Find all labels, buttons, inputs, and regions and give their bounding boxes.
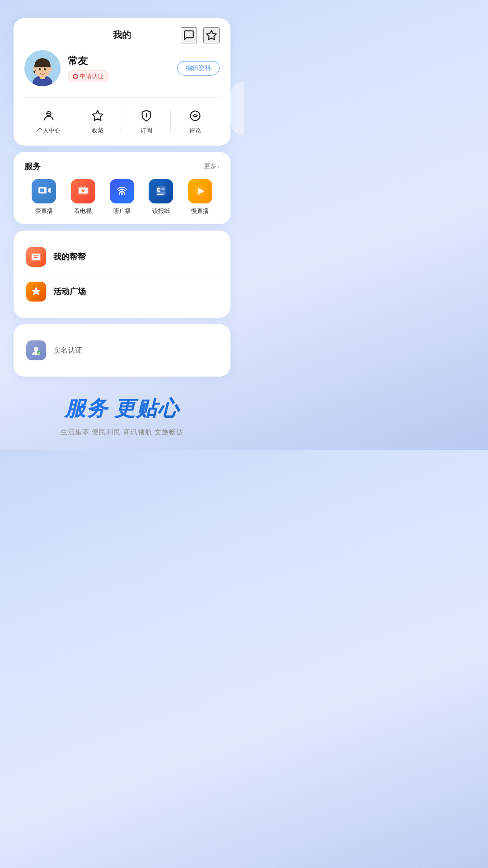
service-live[interactable]: 壹直播	[24, 179, 63, 215]
slow-live-icon	[193, 184, 207, 198]
svg-point-8	[45, 68, 46, 69]
service-newspaper[interactable]: N≡ 读报纸	[141, 179, 180, 215]
svg-point-7	[40, 68, 41, 69]
activity-svg	[30, 286, 42, 297]
action-favorites-label: 收藏	[92, 127, 103, 135]
services-header: 服务 更多 ›	[24, 161, 220, 172]
profile-info: 常友 申请认证	[68, 54, 177, 82]
svg-point-17	[146, 117, 146, 117]
avatar[interactable]	[24, 50, 61, 86]
svg-point-18	[191, 111, 200, 121]
header-actions	[181, 27, 220, 43]
services-more-button[interactable]: 更多 ›	[204, 162, 220, 170]
action-comments[interactable]: 评论	[171, 107, 220, 137]
services-title: 服务	[24, 161, 41, 172]
service-slow-live-label: 慢直播	[191, 207, 209, 215]
edit-profile-button[interactable]: 编辑资料	[177, 61, 220, 75]
helphelp-icon	[26, 247, 46, 267]
action-comments-label: 评论	[189, 127, 201, 135]
svg-point-10	[33, 67, 36, 71]
action-subscriptions[interactable]: 订阅	[122, 107, 171, 137]
badge-dot-icon	[73, 74, 78, 79]
svg-point-42	[34, 347, 38, 351]
realname-icon	[26, 340, 46, 360]
tv-icon	[76, 184, 90, 198]
newspaper-icon: N≡	[154, 184, 168, 198]
quick-actions-bar: 个人中心 收藏 订阅	[24, 97, 220, 137]
svg-rect-25	[119, 192, 120, 195]
settings-button[interactable]	[203, 27, 220, 43]
svg-rect-38	[32, 254, 40, 260]
svg-marker-41	[31, 287, 41, 296]
realname-label: 实名认证	[53, 346, 82, 355]
svg-point-6	[44, 68, 47, 71]
star-icon	[91, 109, 104, 122]
svg-rect-26	[122, 190, 123, 195]
profile-section: 常友 申请认证 编辑资料	[24, 50, 220, 86]
activity-icon	[26, 282, 46, 302]
menu-helphelp[interactable]: 我的帮帮	[24, 240, 220, 274]
svg-point-5	[39, 68, 41, 71]
svg-rect-21	[40, 189, 44, 192]
helphelp-label: 我的帮帮	[53, 251, 86, 262]
action-subscriptions-label: 订阅	[141, 127, 152, 135]
service-tv[interactable]: 看电视	[63, 179, 102, 215]
service-radio-icon	[110, 179, 134, 203]
comment-icon	[189, 109, 202, 122]
badge-text: 申请认证	[80, 72, 103, 80]
service-live-icon	[32, 179, 56, 203]
service-newspaper-icon: N≡	[149, 179, 173, 203]
service-slow-live[interactable]: 慢直播	[181, 179, 220, 215]
svg-marker-0	[206, 30, 216, 40]
service-tv-icon	[71, 179, 95, 203]
menu-activity[interactable]: 活动广场	[24, 274, 220, 309]
action-personal-center-label: 个人中心	[37, 127, 61, 135]
svg-point-9	[42, 71, 43, 72]
banner-main-text: 服务 更贴心	[14, 395, 230, 423]
page-header: 我的	[24, 29, 220, 41]
service-radio-label: 听广播	[113, 207, 131, 215]
service-radio[interactable]: 听广播	[103, 179, 141, 215]
action-personal-center[interactable]: 个人中心	[24, 107, 73, 137]
settings-icon	[206, 29, 217, 41]
chevron-right-icon: ›	[217, 163, 220, 170]
svg-marker-14	[92, 110, 103, 120]
service-live-label: 壹直播	[35, 207, 53, 215]
live-icon	[37, 184, 51, 198]
page-title: 我的	[113, 29, 131, 41]
services-card: 服务 更多 › 壹直播	[14, 152, 230, 224]
svg-rect-27	[124, 192, 125, 195]
radio-icon	[115, 184, 129, 198]
activity-label: 活动广场	[53, 286, 86, 297]
subscribe-icon	[140, 109, 153, 122]
realname-item[interactable]: 实名认证	[24, 333, 220, 368]
service-newspaper-label: 读报纸	[152, 207, 170, 215]
service-slow-live-icon	[188, 179, 212, 203]
svg-point-11	[49, 67, 52, 71]
service-tv-label: 看电视	[74, 207, 92, 215]
svg-text:N≡: N≡	[158, 189, 161, 191]
services-grid: 壹直播 看电视	[24, 179, 220, 215]
bottom-banner: 服务 更贴心 生活集萃 便民利民 商讯领航 文旅畅达	[14, 390, 230, 441]
message-button[interactable]	[181, 27, 197, 43]
banner-sub-text: 生活集萃 便民利民 商讯领航 文旅畅达	[14, 428, 230, 437]
main-profile-card: 我的	[14, 18, 230, 146]
svg-marker-20	[48, 188, 51, 193]
avatar-image	[24, 50, 61, 86]
certification-badge[interactable]: 申请认证	[68, 71, 108, 82]
realname-card: 实名认证	[14, 324, 230, 377]
action-favorites[interactable]: 收藏	[73, 107, 122, 137]
message-icon	[183, 29, 195, 41]
person-icon	[42, 109, 55, 122]
profile-name: 常友	[68, 54, 177, 68]
realname-svg	[30, 344, 42, 356]
menu-card: 我的帮帮 活动广场	[14, 231, 230, 318]
helphelp-svg	[30, 251, 42, 263]
